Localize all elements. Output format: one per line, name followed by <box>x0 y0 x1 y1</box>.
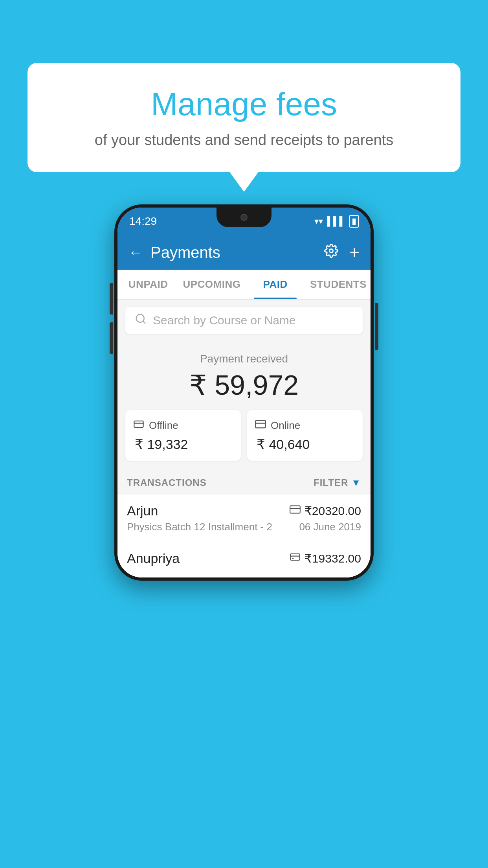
svg-rect-3 <box>134 421 143 427</box>
payment-cards: Offline ₹ 19,332 Online <box>125 410 363 461</box>
table-row[interactable]: Arjun ₹20320.00 Physics Batch 12 Install… <box>117 495 371 542</box>
transaction-amount-right-1: ₹20320.00 <box>290 504 361 518</box>
transaction-amount-2: ₹19332.00 <box>305 552 361 565</box>
bubble-title: Manage fees <box>47 86 441 122</box>
battery-icon: ▮ <box>349 215 359 228</box>
phone-frame: 14:29 ▾▾ ▌▌▌ ▮ ← Payments <box>114 204 374 581</box>
payment-type-icon-2 <box>290 552 301 565</box>
payment-summary: Payment received ₹ 59,972 Offline ₹ <box>117 341 371 469</box>
transaction-top-1: Arjun ₹20320.00 <box>127 503 361 519</box>
transaction-name-2: Anupriya <box>127 551 180 566</box>
speech-bubble-container: Manage fees of your students and send re… <box>28 63 460 172</box>
transaction-course-1: Physics Batch 12 Installment - 2 <box>127 521 272 533</box>
status-icons: ▾▾ ▌▌▌ ▮ <box>314 215 359 228</box>
filter-label: FILTER <box>314 477 348 488</box>
signal-icon: ▌▌▌ <box>327 216 345 226</box>
search-bar[interactable]: Search by Course or Name <box>125 307 363 334</box>
speech-bubble: Manage fees of your students and send re… <box>28 63 460 172</box>
transaction-bottom-1: Physics Batch 12 Installment - 2 06 June… <box>127 521 361 533</box>
phone-screen: 14:29 ▾▾ ▌▌▌ ▮ ← Payments <box>117 208 371 577</box>
transaction-name-1: Arjun <box>127 503 158 519</box>
online-card: Online ₹ 40,640 <box>247 410 363 461</box>
transaction-list: Arjun ₹20320.00 Physics Batch 12 Install… <box>117 495 371 577</box>
svg-line-2 <box>143 321 145 323</box>
tab-students[interactable]: STUDENTS <box>306 270 371 299</box>
svg-rect-5 <box>255 421 266 428</box>
power-button <box>375 303 378 350</box>
notch <box>216 208 272 227</box>
online-card-header: Online <box>255 419 355 432</box>
offline-icon <box>133 419 144 432</box>
wifi-icon: ▾▾ <box>314 216 323 226</box>
volume-up-button <box>110 283 113 314</box>
offline-card-header: Offline <box>133 419 233 432</box>
transactions-header: TRANSACTIONS FILTER ▼ <box>117 469 371 495</box>
payment-total-amount: ₹ 59,972 <box>125 369 363 401</box>
offline-card: Offline ₹ 19,332 <box>125 410 241 461</box>
volume-down-button <box>110 322 113 354</box>
transaction-amount-right-2: ₹19332.00 <box>290 552 361 565</box>
header-right: + <box>324 243 360 262</box>
tab-paid[interactable]: PAID <box>244 270 306 299</box>
back-button[interactable]: ← <box>128 244 143 261</box>
offline-amount: ₹ 19,332 <box>133 436 233 452</box>
add-icon[interactable]: + <box>349 243 360 262</box>
tab-unpaid[interactable]: UNPAID <box>117 270 179 299</box>
header-left: ← Payments <box>128 244 220 261</box>
offline-label: Offline <box>149 419 178 432</box>
tabs-bar: UNPAID UPCOMING PAID STUDENTS <box>117 270 371 300</box>
transaction-top-2: Anupriya ₹19332.00 <box>127 551 361 566</box>
app-header: ← Payments + <box>117 235 371 270</box>
filter-icon: ▼ <box>351 477 361 488</box>
tab-upcoming[interactable]: UPCOMING <box>179 270 244 299</box>
svg-point-0 <box>330 249 333 252</box>
online-label: Online <box>271 419 300 432</box>
status-time: 14:29 <box>129 215 157 228</box>
transaction-amount-1: ₹20320.00 <box>305 504 361 518</box>
online-icon <box>255 419 266 432</box>
filter-button[interactable]: FILTER ▼ <box>314 477 361 488</box>
search-input[interactable]: Search by Course or Name <box>153 314 296 327</box>
svg-rect-9 <box>290 554 299 560</box>
camera <box>240 214 248 221</box>
payment-received-label: Payment received <box>125 353 363 365</box>
online-amount: ₹ 40,640 <box>255 436 355 452</box>
payment-type-icon-1 <box>290 504 301 518</box>
settings-icon[interactable] <box>324 244 338 261</box>
page-title: Payments <box>150 244 220 261</box>
bubble-subtitle: of your students and send receipts to pa… <box>47 130 441 151</box>
status-bar: 14:29 ▾▾ ▌▌▌ ▮ <box>117 208 371 235</box>
table-row[interactable]: Anupriya ₹19332.00 <box>117 542 371 577</box>
transaction-date-1: 06 June 2019 <box>299 521 361 533</box>
transactions-label: TRANSACTIONS <box>127 477 207 488</box>
search-icon <box>135 313 147 327</box>
svg-rect-7 <box>290 506 300 513</box>
search-container: Search by Course or Name <box>117 300 371 341</box>
